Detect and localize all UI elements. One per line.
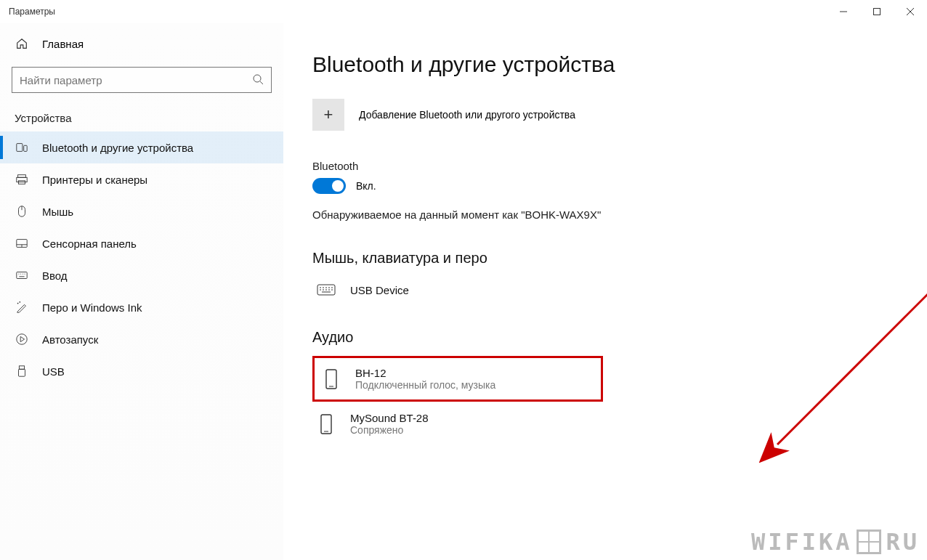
sidebar-item-printers[interactable]: Принтеры и сканеры (0, 163, 283, 195)
device-name: BH-12 (355, 367, 495, 379)
devices-icon (15, 140, 29, 155)
device-status: Подключенный голос, музыка (355, 379, 495, 391)
home-label: Главная (42, 38, 84, 50)
svg-rect-26 (19, 369, 25, 376)
svg-rect-39 (326, 370, 336, 389)
home-link[interactable]: Главная (0, 28, 283, 60)
touchpad-icon (15, 236, 29, 251)
sidebar-item-label: Bluetooth и другие устройства (42, 142, 193, 154)
sidebar-item-label: Сенсорная панель (42, 238, 137, 250)
sidebar-item-label: USB (42, 365, 65, 378)
device-status: Сопряжено (350, 424, 429, 436)
phone-device-icon (320, 368, 342, 390)
main-content: Bluetooth и другие устройства + Добавлен… (283, 23, 927, 560)
svg-rect-41 (321, 415, 331, 434)
sidebar-item-label: Перо и Windows Ink (42, 301, 142, 314)
watermark: WIFIKA RU (751, 528, 920, 556)
highlight-annotation: BH-12 Подключенный голос, музыка (312, 356, 603, 402)
svg-rect-16 (17, 272, 27, 279)
printer-icon (15, 172, 29, 187)
bluetooth-toggle[interactable] (312, 178, 346, 194)
svg-line-5 (260, 81, 263, 84)
svg-point-24 (17, 334, 27, 344)
svg-point-22 (17, 303, 19, 304)
sidebar-item-label: Принтеры и сканеры (42, 174, 147, 186)
device-name: USB Device (350, 284, 409, 296)
watermark-left: WIFIKA (751, 528, 853, 556)
keyboard-icon (15, 268, 29, 283)
search-input[interactable] (20, 74, 252, 86)
search-icon (252, 73, 264, 87)
pen-icon (15, 300, 29, 315)
sidebar-item-bluetooth[interactable]: Bluetooth и другие устройства (0, 131, 283, 163)
svg-rect-25 (19, 366, 24, 370)
sidebar-item-mouse[interactable]: Мышь (0, 195, 283, 227)
watermark-right: RU (886, 528, 920, 556)
group-mouse-title: Мышь, клавиатура и перо (312, 250, 898, 267)
sidebar-item-autoplay[interactable]: Автозапуск (0, 323, 283, 355)
toggle-state-label: Вкл. (356, 180, 376, 192)
minimize-button[interactable] (827, 0, 860, 23)
phone-device-icon (315, 413, 337, 435)
window-controls (827, 0, 927, 23)
mouse-icon (15, 204, 29, 219)
svg-rect-6 (17, 144, 23, 152)
device-mysound[interactable]: MySound BT-28 Сопряжено (312, 406, 603, 442)
svg-point-4 (254, 75, 261, 82)
sidebar-item-pen[interactable]: Перо и Windows Ink (0, 291, 283, 323)
sidebar: Главная Устройства Bluetooth и другие ус… (0, 23, 283, 560)
svg-rect-7 (24, 145, 28, 151)
device-name: MySound BT-28 (350, 412, 429, 424)
qr-icon (857, 529, 881, 554)
group-audio-title: Аудио (312, 329, 898, 346)
svg-point-23 (19, 301, 20, 303)
svg-rect-8 (18, 175, 26, 178)
search-box[interactable] (12, 67, 272, 93)
add-device-button[interactable]: + (312, 99, 344, 131)
svg-rect-10 (19, 181, 25, 184)
sidebar-item-typing[interactable]: Ввод (0, 259, 283, 291)
autoplay-icon (15, 332, 29, 346)
window-title: Параметры (9, 7, 827, 17)
close-button[interactable] (894, 0, 927, 23)
sidebar-item-label: Ввод (42, 269, 68, 282)
keyboard-device-icon (315, 283, 337, 297)
discoverable-text: Обнаруживаемое на данный момент как "BOH… (312, 208, 898, 221)
plus-icon: + (324, 105, 333, 124)
usb-icon (15, 364, 29, 378)
home-icon (15, 36, 29, 51)
maximize-button[interactable] (860, 0, 894, 23)
sidebar-item-touchpad[interactable]: Сенсорная панель (0, 227, 283, 259)
page-title: Bluetooth и другие устройства (312, 52, 898, 77)
bluetooth-label: Bluetooth (312, 160, 898, 172)
sidebar-item-usb[interactable]: USB (0, 355, 283, 387)
sidebar-item-label: Мышь (42, 206, 73, 218)
device-bh12[interactable]: BH-12 Подключенный голос, музыка (317, 361, 598, 397)
sidebar-item-label: Автозапуск (42, 333, 98, 346)
device-usb[interactable]: USB Device (312, 277, 603, 303)
titlebar: Параметры (0, 0, 927, 23)
svg-rect-9 (17, 177, 27, 182)
sidebar-section-header: Устройства (0, 100, 283, 131)
svg-rect-1 (874, 9, 881, 15)
add-device-label: Добавление Bluetooth или другого устройс… (359, 109, 575, 121)
